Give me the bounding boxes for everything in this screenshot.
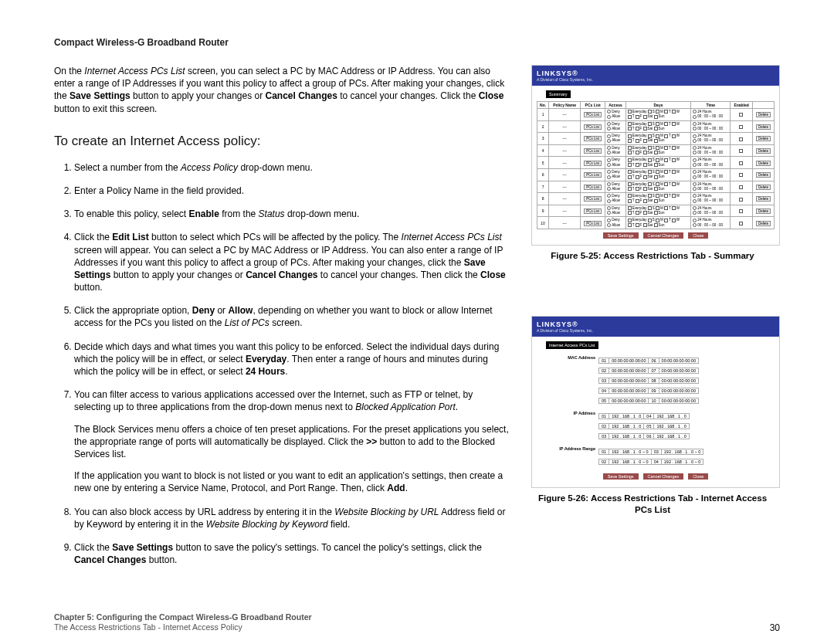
text-italic: Internet Access PCs List	[402, 232, 502, 242]
text: button to select which PCs will be affec…	[149, 232, 402, 242]
screenshot-brand-bar: LINKSYS® A Division of Cisco Systems, In…	[532, 317, 779, 337]
brand-label: LINKSYS®	[537, 69, 775, 77]
text: button to exit this screen.	[54, 103, 157, 114]
summary-table: No.Policy NamePCs ListAccessDaysTimeEnab…	[537, 101, 775, 229]
text: field.	[328, 519, 351, 530]
document-header: Compact Wireless-G Broadband Router	[54, 37, 780, 48]
text: to cancel your changes. Then click the	[318, 269, 481, 280]
footer-section: The Access Restrictions Tab - Internet A…	[54, 622, 312, 633]
text-bold: Deny	[192, 305, 215, 316]
step-2: Enter a Policy Name in the field provide…	[74, 185, 510, 197]
cancel-button[interactable]: Cancel Changes	[643, 232, 684, 239]
text-bold: Cancel Changes	[266, 90, 337, 101]
cancel-button[interactable]: Cancel Changes	[643, 473, 684, 480]
text: You can also block access by URL address…	[74, 507, 334, 517]
footer-chapter: Chapter 5: Configuring the Compact Wirel…	[54, 612, 312, 623]
mac-address-label: MAC Address	[537, 355, 598, 360]
text: button.	[74, 282, 103, 293]
text-italic: Website Blocking by Keyword	[206, 519, 328, 530]
text-italic: Website Blocking by URL	[334, 507, 439, 517]
screenshot-summary: LINKSYS® A Division of Cisco Systems, In…	[531, 65, 780, 246]
text: Click the	[74, 542, 112, 553]
figure-25-caption: Figure 5-25: Access Restrictions Tab - S…	[525, 250, 780, 262]
step-8: You can also block access by URL address…	[74, 506, 510, 530]
text: .	[285, 366, 287, 377]
text: .	[456, 402, 458, 412]
text-bold: 24 Hours	[246, 366, 285, 377]
screenshot-brand-bar: LINKSYS® A Division of Cisco Systems, In…	[532, 66, 779, 86]
section-heading: To create an Internet Access policy:	[54, 134, 510, 149]
text-italic: Access Policy	[181, 162, 238, 173]
text: Select a number from the	[74, 162, 181, 173]
page-footer: Chapter 5: Configuring the Compact Wirel…	[54, 612, 780, 633]
step-5: Click the appropriate option, Deny or Al…	[74, 304, 510, 329]
ip-range-label: IP Address Range	[537, 446, 598, 451]
brand-sub-label: A Division of Cisco Systems, Inc.	[537, 328, 775, 333]
brand-sub-label: A Division of Cisco Systems, Inc.	[537, 77, 775, 82]
close-button[interactable]: Close	[688, 473, 708, 480]
step-9: Click the Save Settings button to save t…	[74, 541, 510, 566]
text-bold: Edit List	[112, 232, 148, 242]
step-1: Select a number from the Access Policy d…	[74, 161, 510, 174]
tab-pcs-list: Internet Access PCs List	[546, 341, 598, 349]
action-row: Save Settings Cancel Changes Close	[537, 232, 775, 239]
text-bold: Add	[387, 483, 405, 493]
caption-line1: Figure 5-26: Access Restrictions Tab - I…	[538, 493, 767, 503]
brand-label: LINKSYS®	[537, 320, 775, 328]
text-bold: >>	[366, 436, 377, 447]
text: from the	[219, 208, 259, 219]
text-italic: Status	[259, 208, 285, 219]
text: to cancel your changes. Click the	[337, 90, 479, 101]
text: screen will appear. You can select a PC …	[74, 245, 503, 268]
text-bold: Everyday	[246, 354, 286, 364]
caption-line2: PCs List	[635, 505, 670, 514]
tab-summary: Summary	[546, 90, 571, 98]
step-4: Click the Edit List button to select whi…	[74, 231, 510, 293]
figure-26-container: LINKSYS® A Division of Cisco Systems, In…	[525, 316, 780, 516]
step-3: To enable this policy, select Enable fro…	[74, 208, 510, 220]
action-row: Save Settings Cancel Changes Close	[537, 473, 775, 480]
figure-26-caption: Figure 5-26: Access Restrictions Tab - I…	[525, 493, 780, 516]
main-text-column: On the Internet Access PCs List screen, …	[54, 65, 510, 577]
step-6: Decide which days and what times you wan…	[74, 341, 510, 378]
steps-list: Select a number from the Access Policy d…	[54, 161, 510, 567]
text-italic: Internet Access PCs List	[84, 66, 185, 76]
intro-paragraph: On the Internet Access PCs List screen, …	[54, 65, 510, 115]
text: .	[405, 483, 408, 493]
text: drop-down menu.	[238, 162, 313, 173]
text: drop-down menu.	[285, 208, 360, 219]
mac-address-rows: 0100:00:00:00:00:000600:00:00:00:00:0002…	[598, 355, 699, 406]
text: or	[215, 305, 228, 316]
text-bold: Cancel Changes	[246, 269, 317, 280]
text: button to apply your changes or	[110, 269, 246, 280]
text: button to apply your changes or	[131, 90, 266, 101]
close-button[interactable]: Close	[688, 232, 708, 239]
figure-25-container: LINKSYS® A Division of Cisco Systems, In…	[525, 65, 780, 262]
save-button[interactable]: Save Settings	[603, 232, 639, 239]
text-italic: Blocked Application Port	[355, 402, 456, 412]
text: button to save the policy's settings. To…	[173, 542, 482, 553]
ip-address-rows: 01192 . 168 . 1 . 004192 . 168 . 1 . 002…	[598, 411, 690, 442]
text-bold: Save Settings	[112, 542, 173, 553]
page-number: 30	[770, 622, 780, 633]
text: screen.	[270, 317, 303, 328]
text: Click the appropriate option,	[74, 305, 192, 316]
text: On the	[54, 66, 84, 76]
save-button[interactable]: Save Settings	[603, 473, 639, 480]
ip-address-label: IP Address	[537, 411, 598, 415]
text-bold: Allow	[228, 305, 253, 316]
text-bold: Save Settings	[70, 90, 131, 101]
text-bold: Close	[479, 90, 504, 101]
text: To enable this policy, select	[74, 208, 189, 219]
figures-column: LINKSYS® A Division of Cisco Systems, In…	[525, 65, 780, 577]
text: If the application you want to block is …	[74, 470, 503, 493]
text-bold: Close	[480, 269, 506, 280]
text-bold: Enable	[189, 208, 219, 219]
text-bold: Cancel Changes	[74, 554, 146, 565]
text-italic: List of PCs	[225, 317, 270, 328]
step-7: You can filter access to various applica…	[74, 388, 510, 494]
screenshot-pcs-list: LINKSYS® A Division of Cisco Systems, In…	[531, 316, 780, 488]
text: button.	[146, 554, 177, 565]
text: Click the	[74, 232, 112, 242]
ip-range-rows: 01192 . 168 . 1 . 0 ~ 003192 . 168 . 1 .…	[598, 446, 703, 467]
